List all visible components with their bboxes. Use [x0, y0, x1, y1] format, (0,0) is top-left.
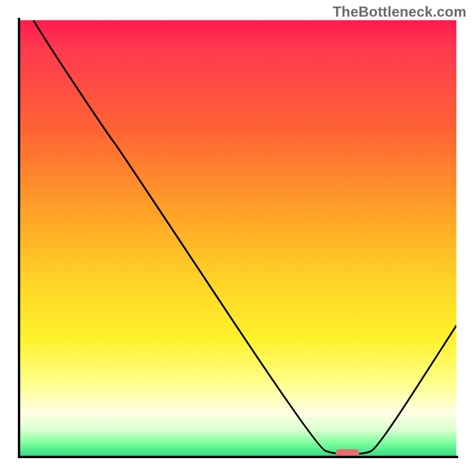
chart-background-gradient: [20, 20, 456, 456]
optimal-marker: [336, 449, 359, 456]
watermark-text: TheBottleneck.com: [333, 4, 466, 20]
chart-stage: TheBottleneck.com: [0, 0, 476, 476]
